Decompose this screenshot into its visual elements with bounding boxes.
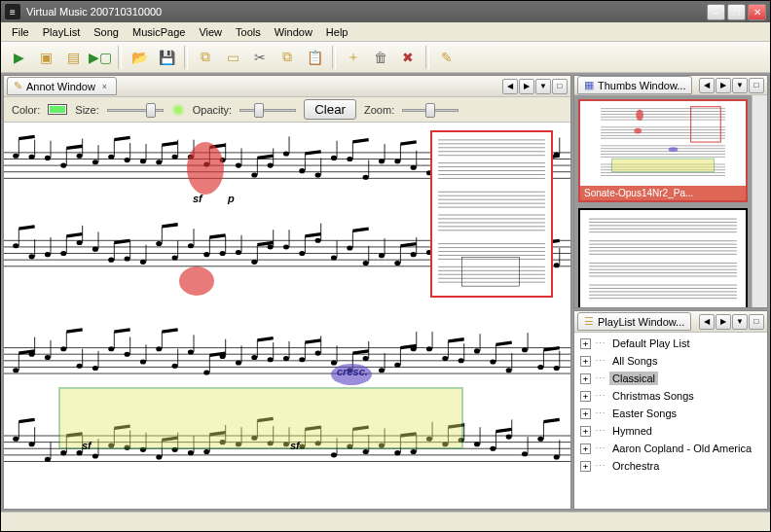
annot-nav-prev[interactable]: ◀ — [502, 79, 518, 94]
annot-tab[interactable]: ✎ Annot Window × — [7, 77, 117, 95]
menu-tools[interactable]: Tools — [229, 24, 268, 40]
thumbs-tab[interactable]: ▦ Thumbs Window... — [577, 76, 692, 94]
playlist-item[interactable]: +⋯Classical — [576, 370, 765, 387]
opacity-slider[interactable] — [239, 101, 296, 119]
playlist-item[interactable]: +⋯Orchestra — [576, 457, 765, 475]
expand-icon[interactable]: + — [580, 408, 591, 419]
cut-icon: ✂ — [254, 50, 266, 65]
open-page-icon: ▣ — [40, 50, 53, 65]
annot-window: ✎ Annot Window × ◀ ▶ ▼ □ Color: Size: — [3, 75, 571, 510]
svg-point-67 — [331, 156, 337, 160]
svg-point-264 — [554, 366, 560, 371]
color-swatch[interactable] — [48, 104, 67, 115]
titlebar[interactable]: ≡ Virtual Music 200710310000 – □ ✕ — [1, 1, 770, 22]
menu-musicpage[interactable]: MusicPage — [126, 24, 192, 40]
svg-point-44 — [172, 155, 178, 160]
menu-playlist[interactable]: PlayList — [36, 24, 88, 40]
svg-line-193 — [66, 330, 82, 332]
annot-nav-next[interactable]: ▶ — [519, 79, 534, 94]
annotation-text[interactable]: cresc. — [337, 366, 368, 377]
svg-point-142 — [283, 244, 289, 249]
menu-help[interactable]: Help — [319, 24, 355, 40]
thumb-item[interactable]: Sonate-Opus14Nr2_Pa... — [578, 99, 748, 202]
svg-point-210 — [188, 349, 194, 354]
annotation-rect[interactable] — [430, 130, 553, 298]
close-button[interactable]: ✕ — [748, 4, 766, 20]
playlist-nav-prev[interactable]: ◀ — [699, 314, 715, 330]
delete-icon[interactable]: 🗑 — [369, 46, 392, 69]
menu-window[interactable]: Window — [268, 24, 319, 40]
maximize-button[interactable]: □ — [727, 4, 746, 20]
open-page-icon[interactable]: ▣ — [34, 46, 57, 69]
svg-point-269 — [29, 442, 35, 446]
paste-icon[interactable]: 📋 — [303, 46, 326, 69]
zoom-slider[interactable] — [402, 101, 459, 119]
thumb-item[interactable] — [578, 208, 748, 308]
playlist-item[interactable]: +⋯Default Play List — [576, 335, 765, 352]
annotation-oval[interactable] — [179, 266, 214, 296]
thumbs-nav-menu[interactable]: ▼ — [732, 78, 748, 93]
cut-icon[interactable]: ✂ — [248, 46, 272, 69]
thumbs-nav-max[interactable]: □ — [749, 78, 764, 93]
page-icon[interactable]: ▭ — [221, 46, 244, 69]
playlist-tab[interactable]: ☰ PlayList Window... — [577, 312, 691, 331]
svg-point-121 — [140, 260, 146, 265]
svg-point-158 — [394, 261, 400, 266]
annot-nav-menu[interactable]: ▼ — [535, 79, 551, 94]
svg-point-336 — [490, 446, 496, 451]
paste-icon: 📋 — [307, 50, 323, 65]
edit-icon[interactable]: ✎ — [435, 46, 459, 69]
menu-file[interactable]: File — [5, 24, 36, 40]
svg-line-160 — [400, 244, 416, 246]
add-icon[interactable]: ＋ — [342, 46, 365, 69]
copy-page-icon[interactable]: ⧉ — [194, 46, 217, 69]
svg-point-322 — [394, 450, 400, 455]
playlist-nav-max[interactable]: □ — [749, 314, 764, 330]
folder-open-icon[interactable]: 📂 — [128, 46, 151, 69]
save-icon[interactable]: 💾 — [155, 46, 178, 69]
thumbs-nav-next[interactable]: ▶ — [716, 78, 731, 93]
export-icon[interactable]: ▶▢ — [89, 46, 112, 69]
playlist-nav-menu[interactable]: ▼ — [732, 314, 748, 330]
expand-icon[interactable]: + — [580, 338, 591, 349]
svg-point-25 — [45, 156, 51, 160]
save-page-icon[interactable]: ▤ — [61, 46, 85, 69]
playlist-item[interactable]: +⋯Hymned — [576, 422, 765, 440]
expand-icon[interactable]: + — [580, 391, 591, 402]
cancel-icon[interactable]: ✖ — [396, 46, 420, 69]
svg-point-203 — [140, 359, 146, 364]
playlist-nav-next[interactable]: ▶ — [716, 314, 731, 330]
thumbs-scrollbar[interactable] — [752, 95, 767, 308]
copy-icon[interactable]: ⧉ — [275, 46, 299, 69]
svg-point-245 — [426, 346, 432, 351]
playlist-item[interactable]: +⋯Christmas Songs — [576, 387, 765, 405]
size-slider[interactable] — [107, 101, 164, 119]
annotation-oval[interactable] — [187, 142, 224, 195]
svg-point-105 — [29, 254, 35, 259]
thumbs-nav-prev[interactable]: ◀ — [699, 78, 715, 93]
clear-button[interactable]: Clear — [304, 99, 356, 120]
playlist-item[interactable]: +⋯All Songs — [576, 352, 765, 370]
expand-icon[interactable]: + — [580, 356, 591, 367]
annot-tab-close[interactable]: × — [99, 81, 110, 91]
menu-view[interactable]: View — [192, 24, 229, 40]
menu-song[interactable]: Song — [87, 24, 126, 40]
annotation-canvas[interactable]: cresc. — [4, 123, 570, 509]
play-icon[interactable]: ▶ — [7, 46, 30, 69]
annotation-highlight[interactable] — [58, 387, 463, 449]
svg-point-27 — [60, 163, 66, 168]
expand-icon[interactable]: + — [580, 426, 591, 437]
playlist-item[interactable]: +⋯Aaron Copland - Old America — [576, 440, 765, 457]
svg-point-53 — [236, 163, 241, 168]
minimize-button[interactable]: – — [707, 4, 725, 20]
annot-nav-max[interactable]: □ — [552, 79, 568, 94]
svg-point-182 — [554, 263, 560, 267]
svg-point-107 — [45, 252, 51, 257]
svg-point-55 — [251, 172, 257, 177]
expand-icon[interactable]: + — [580, 443, 591, 454]
playlist-item[interactable]: +⋯Easter Songs — [576, 405, 765, 422]
expand-icon[interactable]: + — [580, 373, 591, 384]
svg-rect-399 — [611, 159, 714, 171]
svg-point-133 — [220, 251, 226, 256]
expand-icon[interactable]: + — [580, 461, 591, 472]
